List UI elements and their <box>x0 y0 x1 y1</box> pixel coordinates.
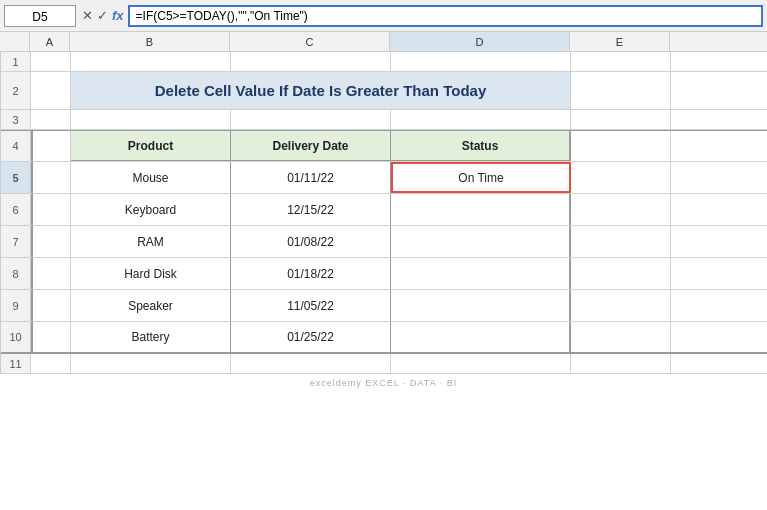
cell-d6[interactable] <box>391 194 571 225</box>
col-header-d[interactable]: D <box>390 32 570 51</box>
cell-a6[interactable] <box>31 194 71 225</box>
row-number: 7 <box>1 226 31 257</box>
cell-d9[interactable] <box>391 290 571 321</box>
row-number: 10 <box>1 322 31 352</box>
cell-d5[interactable]: On Time <box>391 162 571 193</box>
cell-a1[interactable] <box>31 52 71 71</box>
cell-a7[interactable] <box>31 226 71 257</box>
cell-b9[interactable]: Speaker <box>71 290 231 321</box>
spreadsheet-grid: 1 2 Delete Cell Value If Date Is Greater… <box>0 52 767 374</box>
col-header-b[interactable]: B <box>70 32 230 51</box>
cell-c6[interactable]: 12/15/22 <box>231 194 391 225</box>
row-number: 6 <box>1 194 31 225</box>
title-cell[interactable]: Delete Cell Value If Date Is Greater Tha… <box>71 72 571 109</box>
fx-icon[interactable]: fx <box>112 8 124 23</box>
table-row: 8 Hard Disk 01/18/22 <box>1 258 767 290</box>
cell-d10[interactable] <box>391 322 571 352</box>
col-header-c[interactable]: C <box>230 32 390 51</box>
cell-e7[interactable] <box>571 226 671 257</box>
cell-e2[interactable] <box>571 72 671 109</box>
table-row: 6 Keyboard 12/15/22 <box>1 194 767 226</box>
row-number: 5 <box>1 162 31 193</box>
cell-a2[interactable] <box>31 72 71 109</box>
cell-a10[interactable] <box>31 322 71 352</box>
col-header-product[interactable]: Product <box>71 131 231 161</box>
cell-d3[interactable] <box>391 110 571 129</box>
confirm-icon[interactable]: ✓ <box>97 8 108 23</box>
cell-b6[interactable]: Keyboard <box>71 194 231 225</box>
cell-e9[interactable] <box>571 290 671 321</box>
cell-b8[interactable]: Hard Disk <box>71 258 231 289</box>
cell-a8[interactable] <box>31 258 71 289</box>
cell-e10[interactable] <box>571 322 671 352</box>
cell-c11[interactable] <box>231 354 391 373</box>
cell-reference-box[interactable]: D5 <box>4 5 76 27</box>
cell-a4[interactable] <box>31 131 71 161</box>
cancel-icon[interactable]: ✕ <box>82 8 93 23</box>
cell-d8[interactable] <box>391 258 571 289</box>
cell-b11[interactable] <box>71 354 231 373</box>
cell-e6[interactable] <box>571 194 671 225</box>
table-row: 2 Delete Cell Value If Date Is Greater T… <box>1 72 767 110</box>
table-row: 4 Product Delivery Date Status <box>1 130 767 162</box>
cell-c3[interactable] <box>231 110 391 129</box>
cell-a9[interactable] <box>31 290 71 321</box>
cell-a3[interactable] <box>31 110 71 129</box>
cell-e4[interactable] <box>571 131 671 161</box>
cell-d1[interactable] <box>391 52 571 71</box>
cell-e8[interactable] <box>571 258 671 289</box>
cell-b7[interactable]: RAM <box>71 226 231 257</box>
col-header-delivery-date[interactable]: Delivery Date <box>231 131 391 161</box>
cell-b3[interactable] <box>71 110 231 129</box>
cell-e3[interactable] <box>571 110 671 129</box>
col-header-e[interactable]: E <box>570 32 670 51</box>
table-row: 7 RAM 01/08/22 <box>1 226 767 258</box>
row-number: 9 <box>1 290 31 321</box>
col-header-status[interactable]: Status <box>391 131 571 161</box>
row-number: 3 <box>1 110 31 129</box>
table-row: 10 Battery 01/25/22 <box>1 322 767 354</box>
row-number: 4 <box>1 131 31 161</box>
cell-a11[interactable] <box>31 354 71 373</box>
cell-d7[interactable] <box>391 226 571 257</box>
cell-d11[interactable] <box>391 354 571 373</box>
cell-b10[interactable]: Battery <box>71 322 231 352</box>
watermark: exceldemy EXCEL · DATA · BI <box>0 374 767 392</box>
table-row: 3 <box>1 110 767 130</box>
cell-a5[interactable] <box>31 162 71 193</box>
cell-c5[interactable]: 01/11/22 <box>231 162 391 193</box>
row-number: 2 <box>1 72 31 109</box>
formula-bar-container: D5 ✕ ✓ fx =IF(C5>=TODAY(),"","On Time") <box>0 0 767 32</box>
row-number: 8 <box>1 258 31 289</box>
table-row: 11 <box>1 354 767 374</box>
cell-b5[interactable]: Mouse <box>71 162 231 193</box>
table-row: 1 <box>1 52 767 72</box>
formula-input[interactable]: =IF(C5>=TODAY(),"","On Time") <box>128 5 763 27</box>
cell-c8[interactable]: 01/18/22 <box>231 258 391 289</box>
corner-cell <box>0 32 30 51</box>
formula-icons: ✕ ✓ fx <box>78 8 128 23</box>
table-row: 5 Mouse 01/11/22 On Time <box>1 162 767 194</box>
cell-e11[interactable] <box>571 354 671 373</box>
cell-b1[interactable] <box>71 52 231 71</box>
cell-c7[interactable]: 01/08/22 <box>231 226 391 257</box>
cell-c1[interactable] <box>231 52 391 71</box>
cell-c10[interactable]: 01/25/22 <box>231 322 391 352</box>
row-number: 11 <box>1 354 31 373</box>
cell-e5[interactable] <box>571 162 671 193</box>
row-number: 1 <box>1 52 31 71</box>
cell-c9[interactable]: 11/05/22 <box>231 290 391 321</box>
table-row: 9 Speaker 11/05/22 <box>1 290 767 322</box>
column-headers: A B C D E <box>0 32 767 52</box>
col-header-a[interactable]: A <box>30 32 70 51</box>
cell-e1[interactable] <box>571 52 671 71</box>
